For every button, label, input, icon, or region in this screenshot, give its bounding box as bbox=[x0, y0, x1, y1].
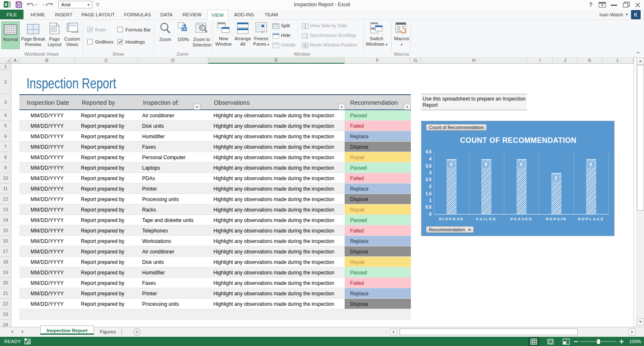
svg-text:100: 100 bbox=[182, 28, 187, 31]
